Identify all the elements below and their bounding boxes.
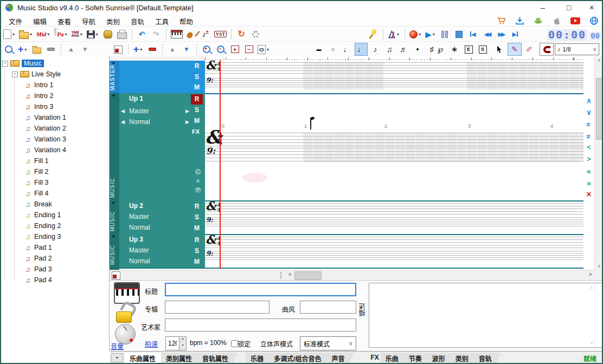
album-input[interactable] [165, 301, 270, 314]
tree-item-fill-2[interactable]: ♫Fill 2 [0, 166, 109, 177]
tree-item-fill-3[interactable]: ♫Fill 3 [0, 177, 109, 188]
zoom-out-button[interactable]: − [214, 43, 227, 55]
last-measure-button[interactable]: » [583, 178, 594, 188]
open-file-button[interactable]: ▾ [18, 28, 34, 40]
spin-down-icon[interactable]: ▼ [179, 343, 186, 350]
eraser-tool-button[interactable]: ✐ [523, 43, 536, 55]
expander-icon[interactable]: − [12, 72, 18, 77]
tree-item-music[interactable]: Music [22, 60, 44, 67]
first-measure-button[interactable]: « [583, 166, 594, 176]
save-button[interactable]: ▾ [86, 28, 100, 40]
track-preset[interactable]: Master [129, 246, 149, 254]
track-record-button[interactable]: R [191, 236, 203, 244]
tree-item-fill-1[interactable]: ♫Fill 1 [0, 155, 109, 166]
quarter-note-button[interactable]: ♩ [355, 43, 368, 56]
tree-item-variation-1[interactable]: ♫Variation 1 [0, 112, 109, 123]
collapse-icon[interactable]: ▼ [112, 201, 116, 205]
chevron-down-icon[interactable]: ▾ [95, 32, 99, 37]
tab-声音[interactable]: 声音 [326, 353, 354, 363]
tempo-link[interactable]: 拍速 [145, 339, 158, 348]
track-mute-button[interactable]: M [191, 258, 203, 265]
phonogram-icon[interactable]: ℗ [192, 186, 204, 194]
move-up-button[interactable]: ▲ [65, 43, 78, 55]
track-record-button[interactable]: R [191, 203, 203, 210]
print-button[interactable] [116, 28, 129, 40]
track-name[interactable]: Up 3 [129, 236, 143, 243]
tree-item-ending-2[interactable]: ♫Ending 2 [0, 220, 109, 231]
import-korg-button[interactable]: KORGPa▾ [53, 28, 69, 40]
tree-item-ending-1[interactable]: ♫Ending 1 [0, 210, 109, 220]
tab-节奏[interactable]: 节奏 [404, 353, 431, 363]
whole-note-button[interactable]: ○ [326, 43, 339, 56]
add-track-button[interactable]: +▾ [132, 43, 145, 55]
ornament-button[interactable]: ∗ [448, 43, 461, 56]
view-options-button[interactable]: ▾ [256, 43, 271, 55]
tempo-spinner[interactable]: ▲▼ [165, 336, 187, 350]
chevron-down-icon[interactable]: ▾ [266, 47, 270, 52]
expand-rows-button[interactable]: + [228, 43, 241, 55]
microphone-button[interactable] [367, 28, 380, 40]
stereo-mode-select[interactable]: 标准模式 ∨ [300, 336, 356, 350]
arrow-left-icon[interactable]: ◀ [121, 119, 125, 125]
artist-input[interactable] [165, 318, 356, 332]
step-back-button[interactable]: ◀ [466, 28, 479, 40]
tab-乐曲[interactable]: 乐曲 [381, 353, 408, 363]
spinner-buttons[interactable]: ▲▼ [179, 336, 187, 350]
spin-up-icon[interactable]: ▲ [179, 337, 186, 343]
tab-多调式-组合音色[interactable]: 多调式/组合音色 [269, 353, 330, 363]
web-globe-icon[interactable] [589, 16, 599, 25]
new-file-button[interactable]: ▾ [2, 28, 17, 40]
collapse-icon[interactable]: ▼ [112, 94, 116, 98]
chevron-down-icon[interactable]: ▾ [29, 32, 33, 37]
page-up-button[interactable]: « [584, 119, 594, 130]
dot-button[interactable]: • [411, 43, 424, 56]
snap-value-select[interactable]: ♪ 1/8 ∨ [555, 43, 599, 55]
tree-item-pad-1[interactable]: ♫Pad 1 [0, 242, 109, 253]
chevron-down-icon[interactable]: ▾ [396, 32, 400, 37]
vertical-scrollbar[interactable]: ∧ ∨ [594, 56, 603, 270]
panel-icon[interactable] [112, 271, 120, 280]
transpose-button[interactable]: ♪± [199, 28, 212, 40]
virtual-keyboard-button[interactable] [170, 28, 184, 40]
track-solo-button[interactable]: S [191, 247, 203, 255]
tree-root-row[interactable]: −Music [0, 58, 109, 69]
expression-button[interactable]: E [462, 43, 475, 56]
import-yamaha-button[interactable]: YAMAHA▾ [70, 28, 85, 40]
track-name[interactable]: Up 2 [129, 202, 143, 210]
redo-button[interactable]: ↷ [150, 28, 163, 40]
tree-item-variation-2[interactable]: ♫Variation 2 [0, 123, 109, 134]
toggle-panel-button[interactable] [112, 43, 125, 55]
remove-track-button[interactable] [146, 43, 159, 55]
arrow-right-icon[interactable]: ▶ [185, 119, 189, 125]
chevron-down-icon[interactable]: ▾ [79, 32, 84, 37]
add-folder-button[interactable] [30, 43, 43, 55]
close-button[interactable]: × [583, 2, 600, 13]
rewind-button[interactable]: ◀◀ [480, 28, 493, 40]
tab-list-dropdown[interactable]: ▼ [111, 353, 123, 362]
description-textarea[interactable] [369, 283, 603, 348]
tree-group-row[interactable]: −Live Style [0, 69, 109, 80]
snap-toggle-button[interactable] [540, 43, 554, 56]
maximize-button[interactable]: □ [561, 2, 577, 13]
chevron-down-icon[interactable]: ▾ [23, 47, 28, 52]
tree-item-intro-1[interactable]: ♫Intro 1 [0, 80, 109, 90]
refresh-button[interactable]: ↻ [235, 28, 248, 40]
tab-音轨[interactable]: 音轨 [474, 353, 501, 363]
tree-item-variation-3[interactable]: ♫Variation 3 [0, 134, 109, 145]
track-solo-button[interactable]: S [191, 106, 203, 114]
scroll-up-button[interactable]: ∧ [583, 96, 594, 106]
tree-item-fill-4[interactable]: ♫Fill 4 [0, 188, 109, 199]
padlock-body-icon[interactable] [116, 311, 132, 323]
tab-乐器[interactable]: 乐器 [246, 353, 273, 363]
tree-item-ending-3[interactable]: ♫Ending 3 [0, 231, 109, 242]
genre-input[interactable] [300, 301, 356, 314]
tree-item-pad-4[interactable]: ♫Pad 4 [0, 275, 109, 285]
virtual-guitar-button[interactable] [185, 28, 198, 40]
move-down-button[interactable]: ▼ [79, 43, 92, 55]
track-mode[interactable]: Normal [129, 118, 150, 126]
settings-button[interactable] [249, 28, 262, 40]
next-measure-button[interactable]: > [583, 155, 594, 165]
tab-波形[interactable]: 波形 [427, 353, 454, 363]
tree-item-intro-3[interactable]: ♫Intro 3 [0, 101, 109, 112]
master-mute-button[interactable]: M [191, 83, 203, 91]
